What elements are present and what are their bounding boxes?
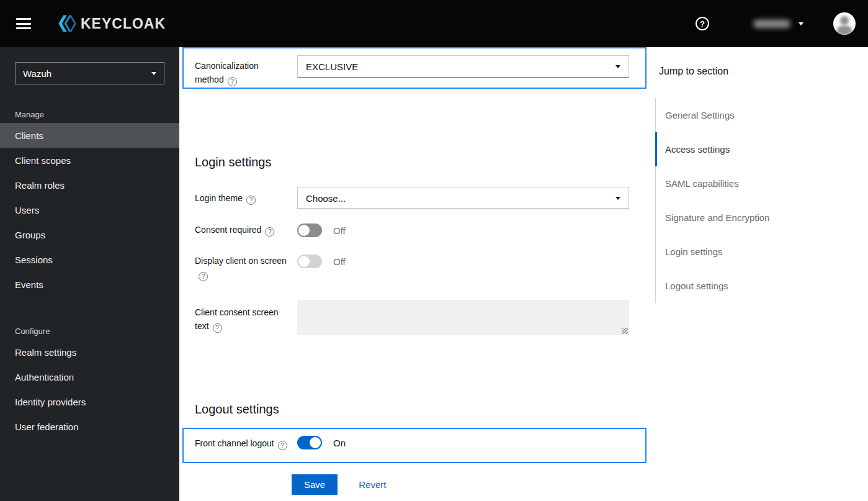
field-label-text: Canonicalization method [195,61,259,84]
client-consent-screen-text-input [297,300,629,335]
jump-item-access-settings[interactable]: Access settings [656,132,868,166]
sidebar-item-realm-roles[interactable]: Realm roles [0,173,179,197]
brand: KEYCLOAK [55,12,166,35]
select-value: EXCLUSIVE [306,61,358,72]
realm-selector-area: Wazuh [0,47,179,97]
jump-nav-title: Jump to section [659,66,868,77]
jump-item-saml-capabilities[interactable]: SAML capabilities [656,166,868,201]
sidebar-item-realm-settings[interactable]: Realm settings [0,340,179,364]
brand-name: KEYCLOAK [81,16,166,32]
help-icon[interactable]: ? [696,17,709,30]
client-consent-screen-text-label: Client consent screen text? [195,300,297,335]
toggle-state-label: On [333,438,346,448]
chevron-down-icon [615,197,620,200]
revert-button[interactable]: Revert [359,479,386,490]
display-client-on-screen-label: Display client on screen? [195,255,297,281]
help-icon[interactable]: ? [199,272,208,281]
main-content: Canonicalization method? EXCLUSIVE Login… [179,47,655,501]
topbar-right: ? [696,12,856,35]
logout-settings-heading: Logout settings [195,402,279,417]
help-icon[interactable]: ? [213,323,222,333]
field-label-text: Client consent screen text [195,307,279,331]
menu-toggle-icon[interactable] [16,18,31,29]
login-theme-select[interactable]: Choose... [297,187,629,209]
chevron-down-icon [151,72,156,75]
user-avatar[interactable] [833,12,856,35]
chevron-down-icon [615,65,620,68]
front-channel-logout-label: Front channel logout? [195,435,297,451]
user-menu[interactable] [754,20,803,28]
sidebar-item-authentication[interactable]: Authentication [0,364,179,389]
sidebar-item-client-scopes[interactable]: Client scopes [0,148,179,173]
sidebar-item-users[interactable]: Users [0,197,179,222]
sidebar-item-events[interactable]: Events [0,272,179,297]
front-channel-logout-toggle[interactable] [297,436,322,449]
help-icon[interactable]: ? [228,77,237,86]
jump-item-login-settings[interactable]: Login settings [656,235,868,269]
sidebar-item-sessions[interactable]: Sessions [0,247,179,272]
sidebar-item-groups[interactable]: Groups [0,222,179,247]
username-blurred [754,20,790,28]
topbar: KEYCLOAK ? [0,0,868,47]
toggle-state-label: Off [333,256,346,267]
sidebar-item-identity-providers[interactable]: Identity providers [0,389,179,414]
help-icon[interactable]: ? [278,441,287,450]
canonicalization-highlight-box: Canonicalization method? EXCLUSIVE [182,47,647,89]
help-icon[interactable]: ? [265,227,274,237]
canonicalization-method-label: Canonicalization method? [195,55,297,86]
field-label-text: Display client on screen [195,256,287,266]
jump-nav-list: General Settings Access settings SAML ca… [655,98,868,303]
resize-grip-icon [622,328,628,334]
login-settings-heading: Login settings [195,155,271,169]
sidebar: Wazuh Manage Clients Client scopes Realm… [0,47,179,501]
display-client-on-screen-toggle [297,255,322,268]
field-label-text: Consent required [195,225,261,235]
form-actions: Save Revert [292,474,386,495]
help-icon[interactable]: ? [246,196,256,205]
nav-section-manage: Manage [0,97,179,123]
realm-selector[interactable]: Wazuh [15,62,164,84]
front-channel-logout-highlight-box: Front channel logout? On [182,428,647,463]
sidebar-item-clients[interactable]: Clients [0,123,179,148]
select-value: Choose... [306,193,346,204]
consent-required-toggle[interactable] [297,223,322,237]
jump-item-logout-settings[interactable]: Logout settings [656,269,868,303]
jump-item-general-settings[interactable]: General Settings [656,98,868,132]
keycloak-logo-icon [55,12,78,35]
field-label-text: Login theme [195,193,243,203]
save-button[interactable]: Save [292,474,338,495]
toggle-state-label: Off [333,225,346,236]
consent-required-label: Consent required? [195,223,297,237]
realm-name: Wazuh [23,68,51,79]
canonicalization-method-select[interactable]: EXCLUSIVE [297,55,629,78]
login-theme-label: Login theme? [195,187,297,209]
sidebar-item-user-federation[interactable]: User federation [0,414,179,439]
jump-item-signature-and-encryption[interactable]: Signature and Encryption [656,201,868,235]
jump-to-section-panel: Jump to section General Settings Access … [655,47,868,501]
chevron-down-icon [799,22,803,25]
field-label-text: Front channel logout [195,438,274,448]
nav-section-configure: Configure [0,314,179,340]
